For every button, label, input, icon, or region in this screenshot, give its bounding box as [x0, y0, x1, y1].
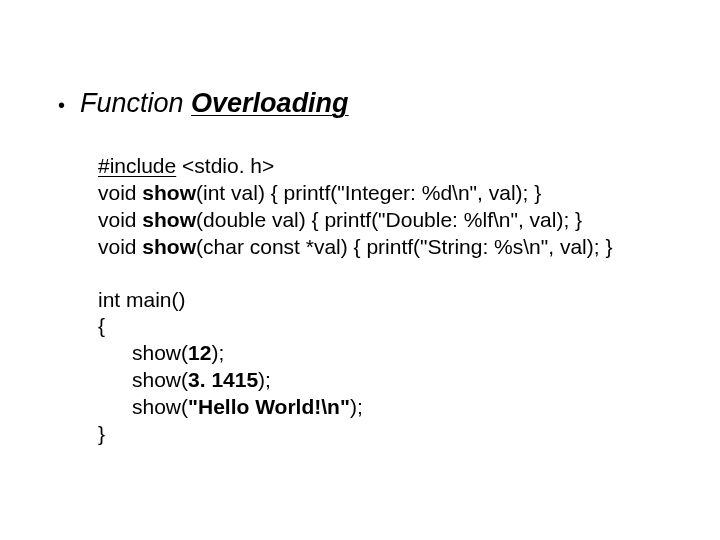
- include-rest: <stdio. h>: [176, 154, 274, 177]
- rest: (int val) { printf("Integer: %d\n", val)…: [196, 181, 541, 204]
- call-arg: 12: [188, 341, 211, 364]
- call-post: );: [350, 395, 363, 418]
- kw-void: void: [98, 181, 142, 204]
- code-line-main-sig: int main(): [98, 287, 680, 314]
- kw-void: void: [98, 235, 142, 258]
- heading-text: Function Overloading: [80, 88, 349, 119]
- heading-overloading-word: Overloading: [191, 88, 349, 118]
- code-block: #include <stdio. h> void show(int val) {…: [98, 153, 680, 448]
- fn-show: show: [142, 235, 196, 258]
- code-line-call2: show(3. 1415);: [98, 367, 680, 394]
- call-pre: show(: [132, 341, 188, 364]
- code-line-brace-open: {: [98, 313, 680, 340]
- code-line-show-double: void show(double val) { printf("Double: …: [98, 207, 680, 234]
- kw-void: void: [98, 208, 142, 231]
- call-arg: 3. 1415: [188, 368, 258, 391]
- code-line-show-str: void show(char const *val) { printf("Str…: [98, 234, 680, 261]
- heading-function-word: Function: [80, 88, 184, 118]
- code-line-include: #include <stdio. h>: [98, 153, 680, 180]
- call-post: );: [258, 368, 271, 391]
- slide: • Function Overloading #include <stdio. …: [0, 0, 720, 540]
- blank-line: [98, 261, 680, 287]
- code-line-show-int: void show(int val) { printf("Integer: %d…: [98, 180, 680, 207]
- code-line-call1: show(12);: [98, 340, 680, 367]
- heading-bullet: • Function Overloading: [58, 88, 680, 119]
- call-pre: show(: [132, 368, 188, 391]
- include-directive: #include: [98, 154, 176, 177]
- code-line-brace-close: }: [98, 421, 680, 448]
- rest: (char const *val) { printf("String: %s\n…: [196, 235, 612, 258]
- call-pre: show(: [132, 395, 188, 418]
- fn-show: show: [142, 181, 196, 204]
- call-post: );: [211, 341, 224, 364]
- fn-show: show: [142, 208, 196, 231]
- rest: (double val) { printf("Double: %lf\n", v…: [196, 208, 582, 231]
- code-line-call3: show("Hello World!\n");: [98, 394, 680, 421]
- call-arg: "Hello World!\n": [188, 395, 350, 418]
- bullet-dot: •: [58, 94, 80, 117]
